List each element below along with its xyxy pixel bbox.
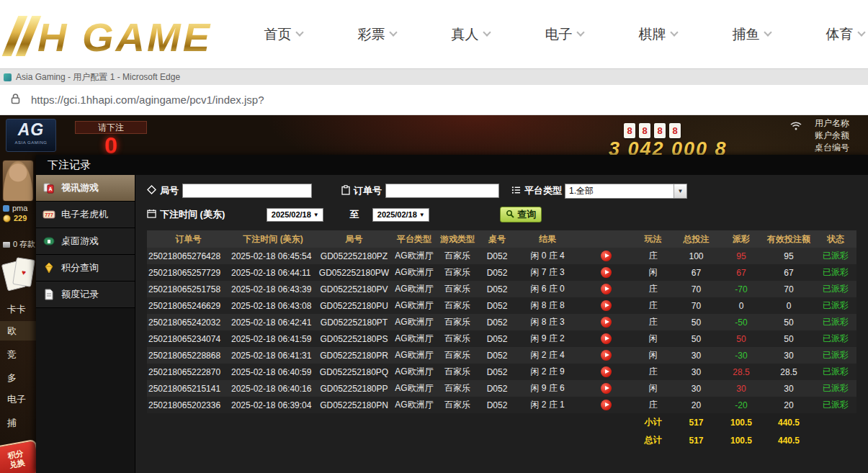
avatar[interactable] — [2, 160, 34, 202]
menu-item-table-games[interactable]: 桌面游戏 — [36, 228, 135, 255]
game-area: AG ASIA GAMING 请下注 0 8 8 8 8 3 042 000 8… — [0, 115, 868, 473]
round-input[interactable] — [182, 184, 312, 198]
cards-graphic-icon: ♥ — [1, 256, 36, 295]
menu-item-points-query[interactable]: 积分查询 — [36, 255, 135, 281]
menu-label: 电子老虎机 — [61, 208, 108, 221]
panel-body: A视讯游戏777电子老虎机桌面游戏积分查询额度记录 局号 订单号 — [36, 175, 868, 473]
ag-logo: AG ASIA GAMING — [6, 119, 56, 152]
cell-valid-bet: 95 — [763, 248, 815, 264]
sidebar-item-4[interactable]: 电子 — [7, 393, 26, 406]
replay-button[interactable] — [601, 267, 612, 278]
menu-item-slot-machines[interactable]: 777电子老虎机 — [36, 202, 135, 228]
spacer-cell — [147, 413, 633, 431]
replay-button[interactable] — [601, 333, 612, 344]
lock-icon[interactable] — [11, 93, 20, 107]
platform-select[interactable]: 1.全部 ▼ — [565, 184, 687, 199]
menu-item-quota-records[interactable]: 额度记录 — [36, 281, 135, 308]
cell-platform: AG欧洲厅 — [392, 297, 437, 314]
query-button[interactable]: 查询 — [500, 207, 542, 222]
nav-item-live[interactable]: 真人 — [424, 25, 517, 44]
cell-total-bet: 70 — [673, 297, 720, 314]
date-to-value: 2025/02/18 — [377, 210, 417, 219]
nav-item-sports[interactable]: 体育 — [798, 25, 868, 44]
chevron-down-icon — [764, 28, 771, 36]
menu-label: 桌面游戏 — [61, 235, 99, 248]
window-title: Asia Gaming - 用户配置 1 - Microsoft Edge — [16, 71, 180, 84]
subtotal-label: 小计 — [633, 413, 673, 431]
promo-ribbon[interactable]: 积分兑换 — [0, 439, 36, 473]
date-from-select[interactable]: 2025/02/18 ▼ — [267, 208, 323, 222]
score-cards: 8 8 8 8 — [624, 123, 681, 138]
replay-button[interactable] — [601, 300, 612, 311]
replay-button[interactable] — [601, 400, 612, 410]
sidebar-item-3[interactable]: 多 — [7, 371, 17, 384]
nav-item-fishing[interactable]: 捕鱼 — [704, 25, 798, 44]
cell-round: GD052252180PN — [316, 397, 392, 413]
cell-round: GD052252180PT — [316, 314, 392, 330]
cell-replay — [579, 314, 633, 330]
cell-table-no: D052 — [478, 248, 516, 264]
cell-status: 已派彩 — [815, 281, 856, 297]
order-label-group: 订单号 — [341, 184, 382, 197]
cell-time: 2025-02-18 06:42:41 — [230, 314, 316, 330]
cell-game-type: 百家乐 — [437, 347, 478, 364]
url-text[interactable]: https://gci.1hhapi.com/agingame/pcv1/ind… — [31, 94, 264, 106]
replay-button[interactable] — [601, 251, 612, 261]
diamond-icon — [42, 261, 55, 274]
date-from-value: 2025/02/18 — [272, 210, 311, 219]
nav-label: 棋牌 — [639, 25, 666, 44]
play-icon — [605, 353, 609, 357]
nav-item-home[interactable]: 首页 — [236, 25, 330, 44]
menu-item-video-games[interactable]: A视讯游戏 — [36, 175, 135, 202]
cell-time: 2025-02-18 06:45:54 — [230, 248, 316, 264]
cell-payout: -50 — [720, 314, 763, 330]
cell-platform: AG欧洲厅 — [392, 347, 437, 364]
cell-time: 2025-02-18 06:43:39 — [230, 281, 316, 297]
info-label-username: 用户名称 — [815, 117, 868, 130]
cell-total-bet: 30 — [673, 380, 720, 397]
sidebar-item-5[interactable]: 捕 — [7, 417, 17, 430]
order-label: 订单号 — [354, 184, 382, 197]
replay-button[interactable] — [601, 317, 612, 328]
sidebar-item-1[interactable]: 欧 — [7, 325, 17, 338]
sidebar-item-2[interactable]: 竞 — [7, 348, 17, 361]
cell-platform: AG欧洲厅 — [392, 380, 437, 397]
replay-button[interactable] — [601, 383, 612, 394]
sidebar-item-0[interactable]: 卡卡 — [7, 303, 26, 316]
replay-button[interactable] — [601, 366, 612, 377]
top-nav: H GAME 首页彩票真人电子棋牌捕鱼体育 — [0, 0, 868, 68]
cell-order: 250218065215141 — [147, 380, 230, 397]
order-input[interactable] — [385, 184, 499, 198]
date-to-select[interactable]: 2025/02/18 ▼ — [372, 208, 429, 222]
cell-valid-bet: 70 — [763, 281, 815, 297]
nav-item-electronic[interactable]: 电子 — [517, 25, 611, 44]
deposit-row[interactable]: 0 存款 — [3, 239, 35, 250]
cell-table-no: D052 — [478, 397, 516, 413]
table-row: 2502180652228702025-02-18 06:40:59GD0522… — [147, 364, 856, 380]
cell-status: 已派彩 — [815, 330, 856, 347]
play-icon — [605, 369, 609, 374]
nav-item-lottery[interactable]: 彩票 — [330, 25, 424, 44]
cell-valid-bet: 0 — [763, 297, 815, 314]
bet-table: 订单号下注时间 (美东)局号平台类型游戏类型桌号结果玩法总投注派彩有效投注额状态… — [147, 230, 856, 449]
clipboard-icon — [341, 185, 350, 197]
table-row: 2502180652023362025-02-18 06:39:04GD0522… — [147, 397, 856, 413]
cell-status: 已派彩 — [815, 248, 856, 264]
cell-time: 2025-02-18 06:41:31 — [230, 347, 316, 364]
cell-round: GD052252180PP — [316, 380, 392, 397]
cell-replay — [579, 248, 633, 264]
chevron-down-icon — [670, 28, 678, 36]
site-logo[interactable]: H GAME — [10, 9, 212, 59]
total-row: 总计517100.5440.5 — [147, 431, 856, 449]
cell-total-bet: 100 — [673, 248, 720, 264]
replay-button[interactable] — [601, 350, 612, 361]
url-bar: https://gci.1hhapi.com/agingame/pcv1/ind… — [0, 85, 868, 115]
cell-valid-bet: 28.5 — [763, 364, 815, 380]
cell-valid-bet: 30 — [763, 380, 815, 397]
nav-item-boardgames[interactable]: 棋牌 — [611, 25, 704, 44]
replay-button[interactable] — [601, 284, 612, 294]
user-icon — [3, 205, 9, 212]
calendar-icon — [147, 209, 156, 220]
cell-order: 250218065228868 — [147, 347, 230, 364]
cell-total-bet: 67 — [673, 264, 720, 281]
